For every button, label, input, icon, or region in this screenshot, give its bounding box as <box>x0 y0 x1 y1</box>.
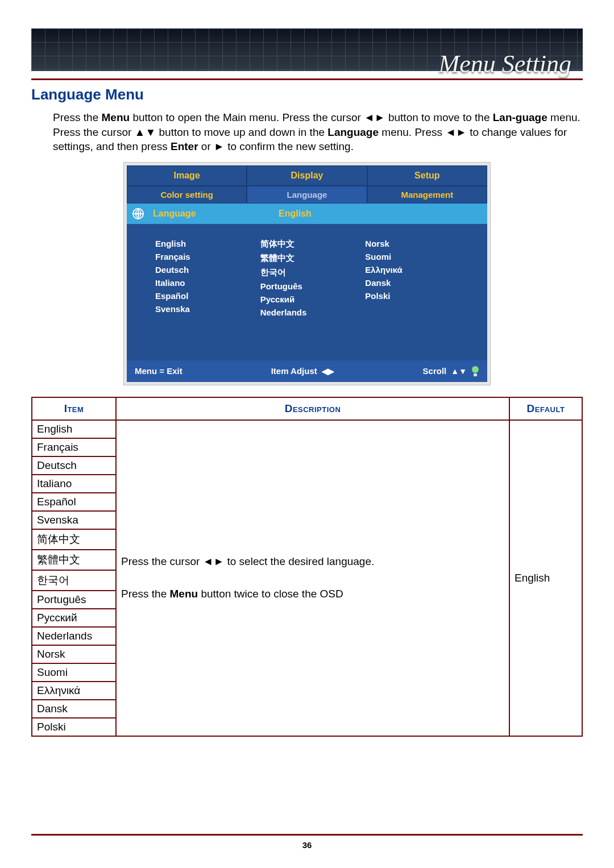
item-cell: Español <box>32 493 116 511</box>
osd-screenshot: Image Display Setup Color setting Langua… <box>123 162 491 385</box>
osd-lang-option[interactable]: Français <box>155 252 260 261</box>
osd-footer-scroll-label: Scroll <box>423 366 447 376</box>
page-header: Menu Setting <box>31 28 583 77</box>
item-cell: Русский <box>32 609 116 627</box>
intro-paragraph: Press the Menu button to open the Main m… <box>53 110 583 154</box>
osd-lang-option[interactable]: Italiano <box>155 278 260 288</box>
osd-footer-item-adjust-label: Item Adjust <box>271 366 317 376</box>
left-right-arrows-icon: ◀▶ <box>322 367 334 376</box>
osd-footer-item-adjust: Item Adjust ◀▶ <box>271 366 334 376</box>
th-default: Default <box>509 397 582 420</box>
intro-text: button to open the Main menu. Press the … <box>130 111 493 123</box>
up-down-arrows-icon: ▲▼ <box>451 367 467 376</box>
item-cell: Suomi <box>32 663 116 682</box>
header-rule <box>31 78 583 80</box>
table-header-row: Item Description Default <box>32 397 582 420</box>
table-row: English Press the cursor ◄► to select th… <box>32 420 582 438</box>
intro-language-bold: Lan-guage <box>493 111 547 123</box>
item-cell: Italiano <box>32 475 116 493</box>
intro-menu-bold: Menu <box>102 111 130 123</box>
footer-rule <box>31 834 583 836</box>
item-cell: English <box>32 420 116 438</box>
osd-tab-display[interactable]: Display <box>247 165 367 186</box>
header-title: Menu Setting <box>439 49 571 78</box>
item-cell: Português <box>32 591 116 609</box>
osd-language-grid: English Français Deutsch Italiano Españo… <box>127 224 487 360</box>
item-cell: Dansk <box>32 700 116 718</box>
osd-footer-scroll: Scroll ▲▼ <box>423 366 479 376</box>
osd-lang-option[interactable]: 한국어 <box>260 267 366 278</box>
osd-subtab-colorsetting[interactable]: Color setting <box>127 186 247 203</box>
osd-tabs-row2: Color setting Language Management <box>127 186 487 203</box>
item-cell: 简体中文 <box>32 529 116 550</box>
osd-lang-option[interactable]: Nederlands <box>260 308 366 317</box>
item-cell: 한국어 <box>32 570 116 591</box>
osd-lang-option[interactable]: Svenska <box>155 304 260 314</box>
osd-lang-option[interactable]: Norsk <box>365 239 470 248</box>
th-item: Item <box>32 397 116 420</box>
intro-text: Press the <box>53 111 102 123</box>
osd-lang-option[interactable]: Dansk <box>365 278 470 288</box>
osd-lang-option[interactable]: Español <box>155 291 260 301</box>
item-cell: Français <box>32 438 116 456</box>
summary-table: Item Description Default English Press t… <box>31 397 583 737</box>
osd-subtab-language[interactable]: Language <box>247 186 367 203</box>
item-cell: Deutsch <box>32 456 116 475</box>
osd-lang-option[interactable]: 简体中文 <box>260 239 366 250</box>
desc-text: button twice to close the OSD <box>198 588 343 600</box>
osd-lang-option[interactable]: English <box>155 239 260 248</box>
item-cell: Nederlands <box>32 627 116 645</box>
intro-text: or ► to confirm the new setting. <box>198 140 354 152</box>
item-cell: Svenska <box>32 511 116 529</box>
osd-tab-image[interactable]: Image <box>127 165 247 186</box>
osd-selected-label: Language <box>153 209 244 219</box>
intro-enter-bold: Enter <box>171 140 198 152</box>
page-number: 36 <box>302 840 312 850</box>
osd-lang-col-1: English Français Deutsch Italiano Españo… <box>155 235 260 343</box>
osd-tab-setup[interactable]: Setup <box>367 165 487 186</box>
desc-text: Press the <box>121 588 170 600</box>
page-footer: 36 <box>31 834 583 851</box>
osd-lang-option[interactable]: 繁體中文 <box>260 253 366 264</box>
osd-footer: Menu = Exit Item Adjust ◀▶ Scroll ▲▼ <box>127 360 487 382</box>
item-cell: Norsk <box>32 645 116 663</box>
default-cell: English <box>509 420 582 736</box>
osd-lang-option[interactable]: Suomi <box>365 252 470 261</box>
osd-tabs-row1: Image Display Setup <box>127 165 487 186</box>
bulb-icon <box>471 366 479 376</box>
osd-subtab-management[interactable]: Management <box>367 186 487 203</box>
item-cell: Ελληνικά <box>32 682 116 700</box>
desc-menu-bold: Menu <box>170 588 198 600</box>
osd-lang-col-2: 简体中文 繁體中文 한국어 Português Русский Nederlan… <box>260 235 366 343</box>
th-description: Description <box>116 397 509 420</box>
description-cell: Press the cursor ◄► to select the desire… <box>116 420 509 736</box>
osd-lang-option[interactable]: Polski <box>365 291 470 301</box>
osd-selected-value: English <box>244 209 346 219</box>
item-cell: Polski <box>32 718 116 736</box>
osd-lang-option[interactable]: Deutsch <box>155 265 260 275</box>
description-line1: Press the cursor ◄► to select the desire… <box>121 554 504 570</box>
globe-icon <box>132 208 144 219</box>
osd-lang-option[interactable]: Ελληνικά <box>365 265 470 275</box>
intro-language-bold2: Language <box>327 126 379 138</box>
osd-selected-row[interactable]: Language English <box>127 203 487 224</box>
osd-lang-option[interactable]: Русский <box>260 294 366 304</box>
section-title: Language Menu <box>31 86 583 103</box>
osd-lang-col-3: Norsk Suomi Ελληνικά Dansk Polski <box>365 235 470 343</box>
item-cell: 繁體中文 <box>32 550 116 570</box>
osd-lang-option[interactable]: Português <box>260 281 366 291</box>
description-line2: Press the Menu button twice to close the… <box>121 586 504 603</box>
osd-footer-menu-exit-label: Menu = Exit <box>135 366 182 376</box>
osd-footer-menu-exit: Menu = Exit <box>135 366 182 376</box>
